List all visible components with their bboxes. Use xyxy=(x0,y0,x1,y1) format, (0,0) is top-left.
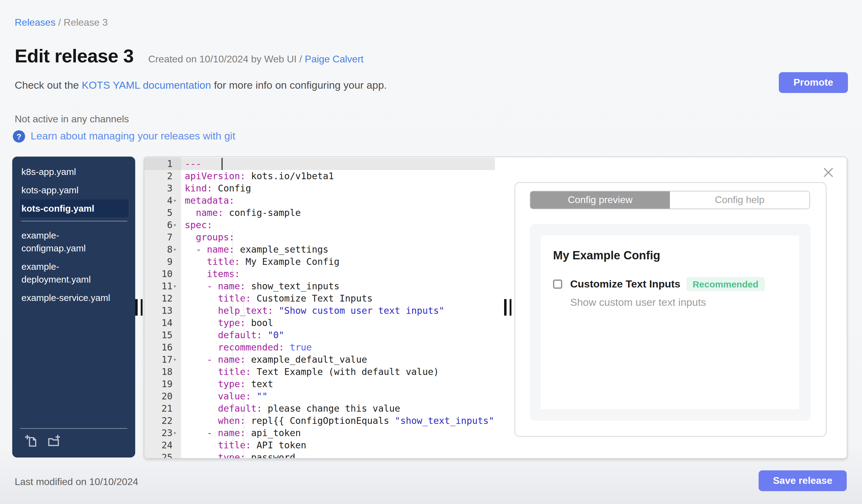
config-item-help-text: Show custom user text inputs xyxy=(570,297,799,309)
code-line[interactable]: type: bool xyxy=(181,317,495,329)
gutter-line-number: 24 xyxy=(144,439,181,451)
sidebar-file-kots-config.yaml[interactable]: kots-config.yaml xyxy=(20,199,129,217)
gutter-line-number: 21 xyxy=(144,402,181,415)
sidebar-bottom-divider xyxy=(20,428,127,429)
docs-prefix: Check out the xyxy=(15,80,82,91)
created-meta: Created on 10/10/2024 by Web UI / Paige … xyxy=(148,54,364,65)
git-help-link[interactable]: Learn about managing your releases with … xyxy=(30,130,235,143)
fold-toggle-icon[interactable]: ▾ xyxy=(173,243,181,256)
new-file-icon[interactable] xyxy=(25,434,38,450)
code-line[interactable]: recommended: true xyxy=(181,341,495,354)
breadcrumb-releases-link[interactable]: Releases xyxy=(15,17,55,27)
title-row: Edit release 3 Created on 10/10/2024 by … xyxy=(15,45,363,67)
code-line[interactable]: - name: show_text_inputs xyxy=(181,280,495,292)
last-modified-text: Last modified on 10/10/2024 xyxy=(15,477,138,488)
code-line[interactable]: default: "0" xyxy=(181,329,495,341)
config-group-title: My Example Config xyxy=(553,249,799,262)
code-line[interactable]: spec: xyxy=(181,219,495,231)
editor-resize-handle[interactable] xyxy=(504,299,513,316)
code-line[interactable]: items: xyxy=(181,268,495,280)
code-line[interactable]: - name: example_default_value xyxy=(181,354,495,366)
code-line[interactable]: title: My Example Config xyxy=(181,256,495,268)
indent-guide xyxy=(244,292,244,458)
gutter-line-number: 25 xyxy=(144,451,181,459)
code-line[interactable]: title: API token xyxy=(181,439,495,451)
gutter-line-number: 1 xyxy=(144,158,181,170)
code-line[interactable]: when: repl{{ ConfigOptionEquals "show_te… xyxy=(181,415,495,427)
gutter-line-number: 4▾ xyxy=(144,195,181,207)
gutter-line-number: 22 xyxy=(144,415,181,427)
gutter-line-number: 11▾ xyxy=(144,280,181,292)
code-line[interactable]: name: config-sample xyxy=(181,207,495,219)
fold-toggle-icon[interactable]: ▾ xyxy=(173,354,181,366)
code-line[interactable]: --- xyxy=(181,158,495,170)
gutter-line-number: 15 xyxy=(144,329,181,341)
tab-config-help[interactable]: Config help xyxy=(670,191,809,209)
file-list: k8s-app.yamlkots-app.yamlkots-config.yam… xyxy=(12,157,135,428)
sidebar-file-example-service.yaml[interactable]: example-service.yaml xyxy=(20,289,118,306)
config-preview-card: Config previewConfig help My Example Con… xyxy=(514,182,826,437)
gutter-line-number: 19 xyxy=(144,378,181,390)
gutter-line-number: 2 xyxy=(144,170,181,182)
channel-status: Not active in any channels xyxy=(15,114,129,125)
fold-toggle-icon[interactable]: ▾ xyxy=(173,280,181,292)
gutter-line-number: 17▾ xyxy=(144,354,181,366)
code-line[interactable]: default: please change this value xyxy=(181,402,495,415)
docs-suffix: for more info on configuring your app. xyxy=(211,80,387,91)
question-icon: ? xyxy=(13,130,25,143)
sidebar-divider xyxy=(22,221,127,222)
sidebar-resize-handle[interactable] xyxy=(135,299,144,316)
gutter-line-number: 20 xyxy=(144,390,181,402)
code-line[interactable]: kind: Config xyxy=(181,182,495,195)
code-line[interactable]: - name: api_token xyxy=(181,427,495,439)
sidebar-file-example-configmap.yaml[interactable]: example-configmap.yaml xyxy=(20,226,118,257)
sidebar-bottom xyxy=(12,428,135,457)
indent-guide xyxy=(233,231,233,458)
text-cursor xyxy=(221,158,222,170)
code-line[interactable]: title: Text Example (with default value) xyxy=(181,366,495,378)
code-line[interactable]: metadata: xyxy=(181,195,495,207)
code-line[interactable]: title: Customize Text Inputs xyxy=(181,292,495,305)
kots-yaml-docs-link[interactable]: KOTS YAML documentation xyxy=(82,80,211,91)
page-title: Edit release 3 xyxy=(15,45,134,67)
created-author-link[interactable]: Paige Calvert xyxy=(305,54,363,64)
editor-gutter: 1234▾56▾78▾91011▾121314151617▾1819202122… xyxy=(144,157,181,458)
gutter-line-number: 5 xyxy=(144,207,181,219)
gutter-line-number: 10 xyxy=(144,268,181,280)
fold-toggle-icon[interactable]: ▾ xyxy=(173,219,181,231)
gutter-line-number: 7 xyxy=(144,231,181,243)
code-line[interactable]: value: "" xyxy=(181,390,495,402)
close-icon[interactable] xyxy=(823,168,833,177)
config-item-row: Customize Text Inputs Recommended xyxy=(553,277,799,291)
gutter-line-number: 14 xyxy=(144,317,181,329)
config-group-card: My Example Config Customize Text Inputs … xyxy=(541,236,799,409)
gutter-line-number: 6▾ xyxy=(144,219,181,231)
code-line[interactable]: help_text: "Show custom user text inputs… xyxy=(181,305,495,317)
code-line[interactable]: type: password xyxy=(181,451,495,458)
sidebar-file-k8s-app.yaml[interactable]: k8s-app.yaml xyxy=(20,163,118,181)
gutter-line-number: 23▾ xyxy=(144,427,181,439)
code-line[interactable]: groups: xyxy=(181,231,495,243)
code-line[interactable]: - name: example_settings xyxy=(181,243,495,256)
preview-tabs: Config previewConfig help xyxy=(530,191,810,209)
docs-line: Check out the KOTS YAML documentation fo… xyxy=(15,80,387,92)
editor-container: 1234▾56▾78▾91011▾121314151617▾1819202122… xyxy=(144,157,847,459)
sidebar-file-kots-app.yaml[interactable]: kots-app.yaml xyxy=(20,181,118,199)
sidebar-file-example-deployment.yaml[interactable]: example-deployment.yaml xyxy=(20,257,118,288)
save-release-button[interactable]: Save release xyxy=(759,470,847,491)
recommended-badge: Recommended xyxy=(687,277,765,291)
code-editor[interactable]: ---apiVersion: kots.io/v1beta1kind: Conf… xyxy=(181,157,495,458)
code-line[interactable]: type: text xyxy=(181,378,495,390)
fold-toggle-icon[interactable]: ▾ xyxy=(173,195,181,207)
customize-text-inputs-checkbox[interactable] xyxy=(553,279,562,289)
new-folder-icon[interactable] xyxy=(47,434,61,450)
git-help-row[interactable]: ? Learn about managing your releases wit… xyxy=(13,130,235,143)
gutter-line-number: 18 xyxy=(144,366,181,378)
file-sidebar: k8s-app.yamlkots-app.yamlkots-config.yam… xyxy=(12,157,135,457)
gutter-line-number: 8▾ xyxy=(144,243,181,256)
code-line[interactable]: apiVersion: kots.io/v1beta1 xyxy=(181,170,495,182)
gutter-line-number: 3 xyxy=(144,182,181,195)
tab-config-preview[interactable]: Config preview xyxy=(531,191,670,209)
promote-button[interactable]: Promote xyxy=(779,72,848,93)
fold-toggle-icon[interactable]: ▾ xyxy=(173,427,181,439)
